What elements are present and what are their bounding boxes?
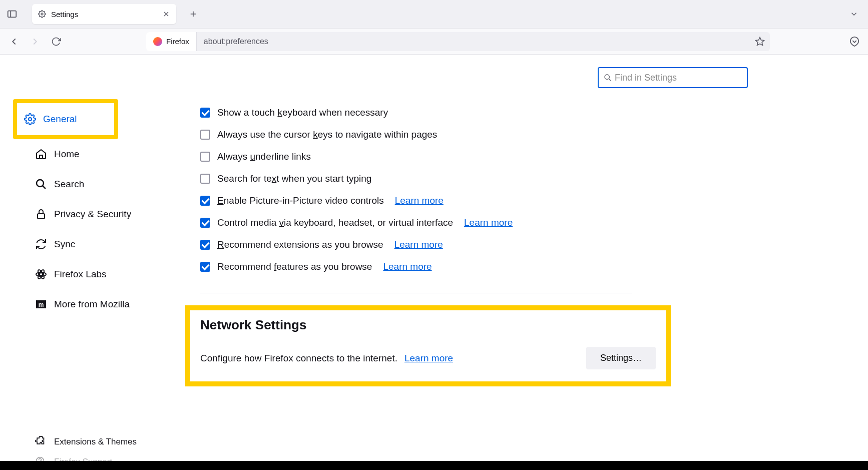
svg-marker-7 [756,37,764,45]
extensions-themes-link[interactable]: Extensions & Themes [25,430,160,454]
svg-line-10 [43,186,46,189]
gear-icon [38,10,46,18]
network-settings-button[interactable]: Settings… [586,347,656,369]
highlight-general: General [13,99,118,139]
browsing-options: Show a touch keyboard when necessaryAlwa… [200,105,753,278]
network-learn-more-link[interactable]: Learn more [404,353,453,364]
checkbox[interactable] [200,130,210,140]
category-privacy[interactable]: Privacy & Security [25,201,160,227]
footer-label: Extensions & Themes [54,437,137,447]
tabs-dropdown-icon[interactable] [846,6,862,22]
svg-line-21 [609,79,611,81]
network-desc-text: Configure how Firefox connects to the in… [200,353,397,364]
option-row: Recommend features as you browseLearn mo… [200,256,753,278]
search-input[interactable] [615,73,742,83]
checkbox[interactable] [200,108,210,118]
home-icon [35,148,47,160]
option-row: Show a touch keyboard when necessary [200,105,753,124]
identity-label: Firefox [166,37,189,46]
svg-rect-11 [38,214,45,219]
search-icon [604,74,612,82]
option-row: Always underline links [200,146,753,168]
network-settings-row: Configure how Firefox connects to the in… [200,347,656,369]
checkbox[interactable] [200,262,210,272]
option-label[interactable]: Enable Picture-in-Picture video controls [217,195,384,206]
categories-sidebar: General Home Search Privacy & Security [0,55,185,470]
svg-rect-0 [8,11,17,18]
checkbox[interactable] [200,240,210,250]
sync-icon [35,238,47,250]
svg-point-20 [605,75,609,79]
url-bar[interactable]: Firefox about:preferences [146,32,770,51]
back-button[interactable] [8,36,20,48]
category-label: Home [54,149,80,160]
category-label: Privacy & Security [54,209,131,220]
checkbox[interactable] [200,196,210,206]
category-label: More from Mozilla [54,299,130,310]
option-label[interactable]: Show a touch keyboard when necessary [217,107,388,118]
category-label: Firefox Labs [54,269,107,280]
reload-button[interactable] [50,36,62,48]
labs-icon [35,268,47,280]
checkbox[interactable] [200,152,210,162]
preferences-content: General Home Search Privacy & Security [0,55,868,470]
puzzle-icon [35,436,47,448]
tab-strip: Settings [0,0,868,29]
category-search[interactable]: Search [25,171,160,197]
tab-title: Settings [51,10,157,19]
svg-point-2 [41,13,43,15]
network-settings-heading: Network Settings [200,317,656,333]
option-row: Recommend extensions as you browseLearn … [200,234,753,256]
svg-text:m: m [39,301,44,308]
pocket-icon[interactable] [849,36,860,47]
option-row: Enable Picture-in-Picture video controls… [200,190,753,212]
bottom-bar [0,461,868,470]
category-sync[interactable]: Sync [25,231,160,257]
sidebar-toggle-icon[interactable] [6,8,18,20]
option-label[interactable]: Search for text when you start typing [217,173,371,184]
section-divider [200,293,632,293]
category-label: Sync [54,239,75,250]
mozilla-icon: m [35,298,47,310]
learn-more-link[interactable]: Learn more [383,261,431,272]
category-label: Search [54,179,84,190]
category-more-mozilla[interactable]: m More from Mozilla [25,291,160,317]
svg-point-9 [37,180,44,187]
category-home[interactable]: Home [25,141,160,167]
nav-toolbar: Firefox about:preferences [0,29,868,55]
main-pane: Show a touch keyboard when necessaryAlwa… [185,55,868,470]
bookmark-star-icon[interactable] [755,37,765,47]
svg-point-12 [40,273,43,276]
svg-point-8 [29,118,32,121]
option-label[interactable]: Control media via keyboard, headset, or … [217,217,453,228]
new-tab-button[interactable] [185,6,201,22]
forward-button[interactable] [29,36,41,48]
find-in-settings [598,67,748,88]
search-icon [35,178,47,190]
option-row: Always use the cursor keys to navigate w… [200,124,753,146]
checkbox[interactable] [200,174,210,184]
option-row: Search for text when you start typing [200,168,753,190]
option-label[interactable]: Always underline links [217,151,311,162]
checkbox[interactable] [200,218,210,228]
learn-more-link[interactable]: Learn more [395,195,444,206]
browser-tab[interactable]: Settings [32,4,176,24]
firefox-logo-icon [153,37,162,46]
option-label[interactable]: Recommend features as you browse [217,261,372,272]
search-box[interactable] [598,67,748,88]
category-general[interactable]: General [17,103,114,135]
learn-more-link[interactable]: Learn more [464,217,513,228]
gear-icon [24,113,36,125]
option-label[interactable]: Always use the cursor keys to navigate w… [217,129,437,140]
highlight-network-settings: Network Settings Configure how Firefox c… [185,305,671,386]
learn-more-link[interactable]: Learn more [394,239,443,250]
url-text: about:preferences [197,37,755,46]
close-icon[interactable] [162,10,170,18]
category-label: General [43,114,77,125]
category-labs[interactable]: Firefox Labs [25,261,160,287]
lock-icon [35,208,47,220]
option-row: Control media via keyboard, headset, or … [200,212,753,234]
option-label[interactable]: Recommend extensions as you browse [217,239,383,250]
identity-box[interactable]: Firefox [146,32,197,51]
